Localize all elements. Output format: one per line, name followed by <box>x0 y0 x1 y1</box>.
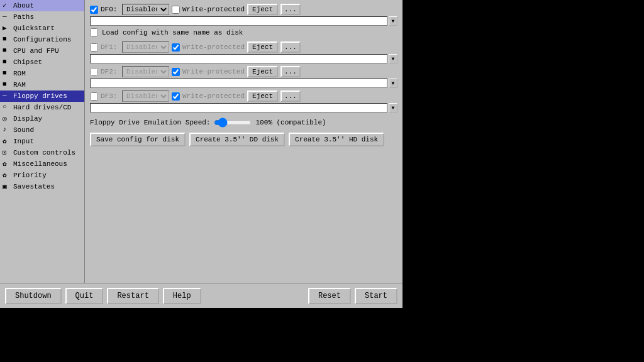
floppy-drives-icon: — <box>3 92 11 101</box>
df3-write-protected-checkbox[interactable] <box>172 92 180 101</box>
df3-row: DF3: Disabled 3.5'' DD 3.5'' HD Write-pr… <box>90 90 397 112</box>
paths-icon: — <box>3 13 11 21</box>
custom-controls-icon: ⊡ <box>3 148 11 157</box>
sidebar-item-label-display: Display <box>13 115 42 123</box>
configurations-icon: ■ <box>3 35 11 44</box>
sidebar-item-label-rom: ROM <box>13 70 26 77</box>
df1-write-protected-label: Write-protected <box>182 43 245 51</box>
df0-path-input[interactable] <box>90 16 387 26</box>
df3-browse-button[interactable]: ... <box>280 90 301 102</box>
sidebar-item-configurations[interactable]: ■Configurations <box>0 34 84 45</box>
df0-eject-button[interactable]: Eject <box>247 4 278 15</box>
sidebar-item-paths[interactable]: —Paths <box>0 11 84 23</box>
savestates-icon: ▣ <box>3 182 11 191</box>
df0-label: DF0: <box>101 6 119 13</box>
df0-select[interactable]: Disabled 3.5'' DD 3.5'' HD 5.25'' SD <box>122 4 169 15</box>
priority-icon: ✿ <box>3 171 11 180</box>
restart-button[interactable]: Restart <box>107 288 158 304</box>
df3-select[interactable]: Disabled 3.5'' DD 3.5'' HD <box>122 90 169 102</box>
df2-write-protected-checkbox[interactable] <box>172 68 180 76</box>
df3-eject-button[interactable]: Eject <box>247 90 278 102</box>
sidebar-item-label-priority: Priority <box>13 172 47 179</box>
sidebar-item-label-miscellaneous: Miscellaneous <box>13 160 67 168</box>
load-config-checkbox[interactable] <box>90 28 98 36</box>
ram-icon: ■ <box>3 80 11 89</box>
sidebar-item-label-paths: Paths <box>13 13 34 21</box>
df2-path-input[interactable] <box>90 79 387 88</box>
sidebar-item-priority[interactable]: ✿Priority <box>0 170 84 181</box>
sidebar-item-hard-drives-cd[interactable]: ○Hard drives/CD <box>0 102 84 113</box>
df1-write-protected-checkbox[interactable] <box>172 43 180 52</box>
df1-enable-checkbox[interactable] <box>90 43 98 52</box>
df3-path-input[interactable] <box>90 103 387 112</box>
cpu-fpu-icon: ■ <box>3 47 11 55</box>
sidebar-item-input[interactable]: ✿Input <box>0 136 84 147</box>
bottom-buttons: Save config for disk Create 3.5'' DD dis… <box>90 133 397 146</box>
df0-enable-checkbox[interactable] <box>90 6 98 14</box>
df2-enable-checkbox[interactable] <box>90 68 98 76</box>
df2-path-dropdown[interactable]: ▼ <box>389 79 397 88</box>
sidebar-item-label-quickstart: Quickstart <box>13 25 55 32</box>
sidebar-item-about[interactable]: ✓About <box>0 0 84 11</box>
display-icon: ◎ <box>3 114 11 123</box>
df1-path-dropdown[interactable]: ▼ <box>389 54 397 63</box>
speed-value: 100% (compatible) <box>255 119 326 126</box>
df2-write-protected-label: Write-protected <box>182 68 245 75</box>
help-button[interactable]: Help <box>163 288 201 304</box>
miscellaneous-icon: ✿ <box>3 160 11 168</box>
df0-browse-button[interactable]: ... <box>280 4 301 15</box>
start-button[interactable]: Start <box>355 288 397 304</box>
shutdown-button[interactable]: Shutdown <box>5 288 62 304</box>
create-hd-button[interactable]: Create 3.5'' HD disk <box>289 133 384 146</box>
sidebar-item-rom[interactable]: ■ROM <box>0 68 84 79</box>
sidebar-item-miscellaneous[interactable]: ✿Miscellaneous <box>0 158 84 170</box>
about-icon: ✓ <box>3 1 11 10</box>
df2-label: DF2: <box>101 68 119 75</box>
df0-path-dropdown[interactable]: ▼ <box>389 16 397 26</box>
df1-eject-button[interactable]: Eject <box>247 41 278 53</box>
sidebar-item-floppy-drives[interactable]: —Floppy drives <box>0 90 84 102</box>
sidebar-item-cpu-fpu[interactable]: ■CPU and FPU <box>0 45 84 57</box>
df3-enable-checkbox[interactable] <box>90 92 98 101</box>
sidebar-item-chipset[interactable]: ■Chipset <box>0 57 84 68</box>
sidebar-item-label-sound: Sound <box>13 126 34 134</box>
sidebar-item-sound[interactable]: ♪Sound <box>0 124 84 136</box>
create-dd-button[interactable]: Create 3.5'' DD disk <box>189 133 285 146</box>
df1-select[interactable]: Disabled 3.5'' DD 3.5'' HD <box>122 41 169 53</box>
df2-browse-button[interactable]: ... <box>280 66 301 77</box>
sidebar-item-ram[interactable]: ■RAM <box>0 79 84 90</box>
sidebar-item-label-savestates: Savestates <box>13 183 55 190</box>
speed-slider[interactable] <box>214 118 252 128</box>
sidebar-item-custom-controls[interactable]: ⊡Custom controls <box>0 147 84 158</box>
content-area: DF0: Disabled 3.5'' DD 3.5'' HD 5.25'' S… <box>85 0 402 283</box>
df1-row: DF1: Disabled 3.5'' DD 3.5'' HD Write-pr… <box>90 41 397 63</box>
quickstart-icon: ▶ <box>3 24 11 33</box>
df3-path-dropdown[interactable]: ▼ <box>389 103 397 112</box>
load-config-label: Load config with same name as disk <box>102 29 243 36</box>
input-icon: ✿ <box>3 137 11 146</box>
df3-label: DF3: <box>101 92 119 100</box>
sidebar-item-label-hard-drives-cd: Hard drives/CD <box>13 104 71 111</box>
df2-select[interactable]: Disabled 3.5'' DD 3.5'' HD <box>122 66 169 77</box>
sidebar-item-label-input: Input <box>13 138 34 145</box>
speed-row: Floppy Drive Emulation Speed: 100% (comp… <box>90 118 397 128</box>
sidebar-item-savestates[interactable]: ▣Savestates <box>0 181 84 192</box>
speed-label: Floppy Drive Emulation Speed: <box>90 119 210 126</box>
hard-drives-cd-icon: ○ <box>3 103 11 112</box>
sidebar-item-label-about: About <box>13 2 34 9</box>
save-config-button[interactable]: Save config for disk <box>90 133 186 146</box>
df0-write-protected-checkbox[interactable] <box>172 6 180 14</box>
reset-button[interactable]: Reset <box>308 288 351 304</box>
df1-browse-button[interactable]: ... <box>280 41 301 53</box>
df0-row: DF0: Disabled 3.5'' DD 3.5'' HD 5.25'' S… <box>90 4 397 26</box>
sidebar-item-quickstart[interactable]: ▶Quickstart <box>0 23 84 34</box>
sidebar-item-label-cpu-fpu: CPU and FPU <box>13 47 59 55</box>
df2-row: DF2: Disabled 3.5'' DD 3.5'' HD Write-pr… <box>90 66 397 88</box>
quit-button[interactable]: Quit <box>65 288 104 304</box>
load-config-row: Load config with same name as disk <box>90 28 397 36</box>
sidebar-item-label-chipset: Chipset <box>13 58 42 66</box>
sidebar-item-display[interactable]: ◎Display <box>0 113 84 124</box>
rom-icon: ■ <box>3 69 11 78</box>
df2-eject-button[interactable]: Eject <box>247 66 278 77</box>
df1-path-input[interactable] <box>90 54 387 63</box>
